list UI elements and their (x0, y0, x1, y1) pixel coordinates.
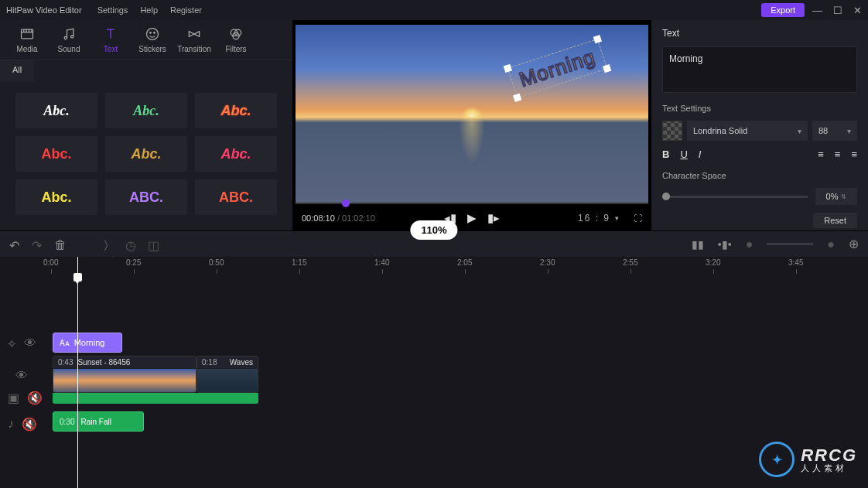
tab-sound[interactable]: Sound (48, 22, 90, 58)
text-content-input[interactable]: Morning (662, 46, 857, 93)
minimize-button[interactable]: — (812, 5, 822, 16)
text-style-1[interactable]: Abc. (15, 93, 97, 128)
audio-name: Rain Fall (80, 418, 111, 426)
text-style-3[interactable]: Abc. (195, 93, 277, 128)
audio-track-head: ♪ 🔇 (0, 413, 48, 435)
video-clip-2[interactable]: 0:18 Waves (196, 356, 258, 393)
ruler-tick: 3:20 (706, 258, 720, 267)
watermark: ✦ RRCG 人人素材 (759, 442, 857, 477)
text-style-9[interactable]: ABC. (195, 179, 277, 215)
zoom-indicator: 110% (410, 220, 457, 240)
lock-icon[interactable]: ▣ (8, 391, 19, 405)
text-clip-icon: Aᴀ (60, 339, 70, 347)
preview-panel: Morning 00:08:10 / 01:02:10 ◂▮ ▶ ▮▸ 16 :… (292, 20, 651, 230)
watermark-subtext: 人人素材 (801, 464, 857, 473)
speed-button[interactable]: ◷ (125, 238, 137, 250)
tab-media[interactable]: Media (6, 22, 48, 58)
font-dropdown[interactable]: Londrina Solid▾ (687, 121, 808, 141)
audio-duration: 0:30 (60, 418, 74, 426)
text-style-4[interactable]: Abc. (15, 136, 97, 172)
visibility-icon[interactable]: 👁 (15, 369, 28, 383)
play-button[interactable]: ▶ (467, 211, 477, 225)
tab-stickers[interactable]: Stickers (132, 22, 173, 58)
font-size-dropdown[interactable]: 88▾ (812, 121, 857, 141)
playhead[interactable] (77, 257, 78, 488)
slider-thumb[interactable] (662, 193, 670, 200)
video-track-head-2: ▣ 🔇 (0, 387, 48, 408)
export-button[interactable]: Export (761, 3, 805, 17)
watermark-logo-icon: ✦ (759, 442, 795, 477)
tab-text-label: Text (104, 45, 118, 53)
total-time: / 01:02:10 (337, 213, 375, 223)
redo-button[interactable]: ↷ (32, 238, 43, 250)
visibility-icon[interactable]: 👁 (24, 336, 36, 350)
audio-clip[interactable]: 0:30 Rain Fall (53, 411, 144, 432)
panel-title: Text (662, 28, 857, 39)
undo-button[interactable]: ↶ (9, 238, 21, 250)
next-frame-button[interactable]: ▮▸ (487, 211, 500, 225)
ruler-tick: 0:00 (43, 258, 58, 267)
seek-knob[interactable] (342, 200, 350, 207)
zoom-slider[interactable] (767, 243, 813, 245)
text-style-2[interactable]: Abc. (105, 93, 187, 128)
fullscreen-button[interactable]: ⛶ (634, 213, 642, 223)
maximize-button[interactable]: ☐ (833, 5, 842, 16)
preview-reflection (456, 118, 487, 172)
align-right-button[interactable]: ≡ (851, 148, 857, 160)
underline-button[interactable]: U (680, 148, 687, 160)
char-space-value[interactable]: 0% ⇅ (815, 188, 857, 205)
text-properties-panel: Text Morning Text Settings Londrina Soli… (651, 20, 868, 230)
align-left-button[interactable]: ≡ (818, 148, 824, 160)
text-clip[interactable]: Aᴀ Morning (53, 333, 122, 353)
mute-icon[interactable]: 🔇 (22, 417, 37, 432)
menu-settings[interactable]: Settings (97, 5, 128, 15)
aspect-ratio-dropdown[interactable]: 16 : 9 ▾ (578, 213, 620, 224)
text-style-5[interactable]: Abc. (105, 136, 187, 172)
ruler-tick: 2:30 (540, 258, 555, 267)
snap-left-icon[interactable]: ▮▮ (692, 238, 704, 251)
tab-filters-label: Filters (225, 45, 246, 53)
text-style-7[interactable]: Abc. (15, 179, 97, 215)
delete-button[interactable]: 🗑 (54, 238, 66, 250)
tab-filters[interactable]: Filters (215, 22, 257, 58)
snap-center-icon[interactable]: •▮• (718, 238, 732, 251)
preview-canvas[interactable]: Morning (292, 22, 651, 206)
zoom-in-button[interactable]: ● (827, 237, 835, 251)
crop-button[interactable]: ◫ (148, 238, 159, 250)
timeline[interactable]: 0:00 0:25 0:50 1:15 1:40 2:05 2:30 2:55 … (0, 257, 868, 488)
preview-seek-bar[interactable] (296, 203, 648, 204)
video2-name: Waves (230, 358, 253, 367)
text-style-8[interactable]: ABC. (105, 179, 187, 215)
subtab-all[interactable]: All (0, 60, 34, 82)
tab-transition[interactable]: Transition (173, 22, 215, 58)
music-icon[interactable]: ♪ (8, 417, 14, 431)
zoom-out-button[interactable]: ● (746, 237, 754, 251)
video-audio-rail[interactable] (53, 393, 258, 404)
menu-bar: Settings Help Register (97, 5, 202, 15)
close-button[interactable]: ✕ (853, 5, 862, 16)
filters-icon (228, 26, 244, 42)
text-settings-label: Text Settings (662, 104, 857, 113)
mute-icon[interactable]: 🔇 (27, 391, 43, 405)
align-center-button[interactable]: ≡ (835, 148, 841, 160)
menu-help[interactable]: Help (140, 5, 158, 15)
svg-point-5 (154, 32, 155, 34)
tab-stickers-label: Stickers (138, 45, 166, 53)
split-button[interactable]: 〉〈 (103, 238, 114, 250)
menu-register[interactable]: Register (170, 5, 202, 15)
add-track-button[interactable]: ⊕ (849, 237, 859, 251)
color-swatch[interactable] (662, 121, 682, 141)
char-space-slider[interactable] (662, 196, 808, 198)
tool-tabs: Media Sound Text Stickers Transition Fil… (0, 20, 292, 60)
stickers-icon (145, 26, 160, 42)
text-style-6[interactable]: Abc. (195, 136, 277, 172)
lock-icon[interactable]: ⟡ (8, 336, 16, 350)
timeline-ruler[interactable]: 0:00 0:25 0:50 1:15 1:40 2:05 2:30 2:55 … (0, 257, 868, 275)
watermark-text: RRCG (801, 447, 857, 464)
svg-point-3 (147, 29, 159, 40)
reset-button[interactable]: Reset (813, 213, 857, 228)
bold-button[interactable]: B (662, 148, 669, 160)
video-clip-1[interactable]: 0:43Sunset - 86456 (53, 356, 196, 393)
italic-button[interactable]: I (699, 148, 702, 160)
tab-text[interactable]: Text (90, 22, 132, 58)
